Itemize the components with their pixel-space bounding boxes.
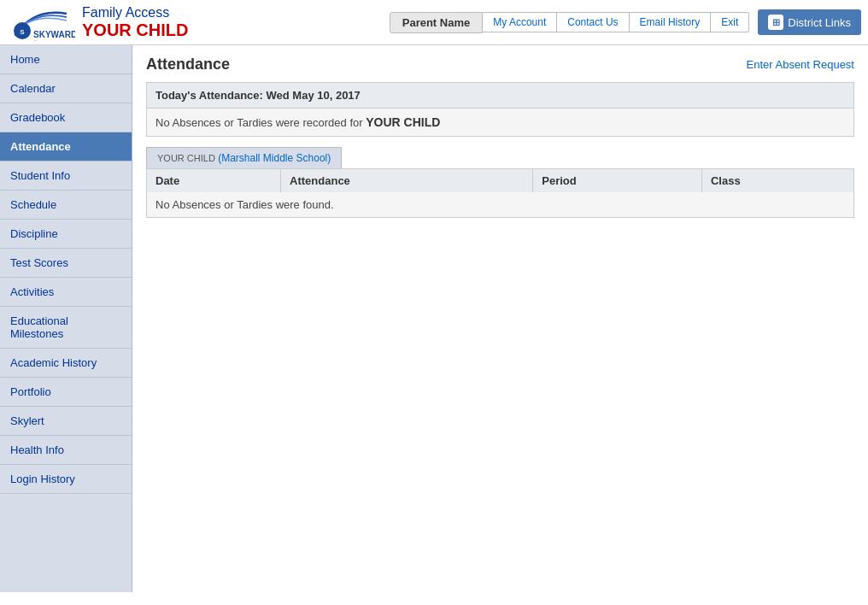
- family-access-block: Family Access YOUR CHILD: [82, 5, 188, 40]
- your-child-label: YOUR CHILD: [82, 21, 188, 40]
- sidebar-item-academic-history[interactable]: Academic History: [0, 349, 132, 378]
- sidebar-item-calendar[interactable]: Calendar: [0, 74, 132, 103]
- svg-text:SKYWARD: SKYWARD: [33, 30, 75, 39]
- sidebar-item-discipline[interactable]: Discipline: [0, 220, 132, 249]
- skyward-logo: S SKYWARD ®: [7, 3, 75, 41]
- sidebar-item-schedule[interactable]: Schedule: [0, 191, 132, 220]
- content-header: Attendance Enter Absent Request: [146, 56, 854, 73]
- contact-us-link[interactable]: Contact Us: [557, 12, 629, 32]
- col-header-class: Class: [701, 169, 853, 192]
- logo-area: S SKYWARD ® Family Access YOUR CHILD: [7, 3, 188, 41]
- district-links-icon: ⊞: [768, 15, 783, 30]
- sidebar-item-health-info[interactable]: Health Info: [0, 436, 132, 465]
- top-nav-links: My Account Contact Us Email History Exit: [483, 12, 749, 32]
- sidebar-item-attendance[interactable]: Attendance: [0, 132, 132, 162]
- attendance-table-container: Date Attendance Period Class No Absences…: [146, 168, 854, 218]
- district-links-label: District Links: [788, 16, 851, 29]
- family-access-label: Family Access: [82, 5, 188, 21]
- no-absences-text: No Absences or Tardies were recorded for: [155, 116, 363, 129]
- sidebar-item-student-info[interactable]: Student Info: [0, 162, 132, 191]
- today-attendance-body: No Absences or Tardies were recorded for…: [147, 109, 853, 136]
- school-tab[interactable]: YOUR CHILD (Marshall Middle School): [146, 147, 342, 168]
- top-bar-left: S SKYWARD ® Family Access YOUR CHILD: [7, 3, 188, 41]
- attendance-table: Date Attendance Period Class No Absences…: [147, 169, 853, 217]
- sidebar-item-login-history[interactable]: Login History: [0, 465, 132, 494]
- tab-school-name: (Marshall Middle School): [218, 152, 331, 164]
- sidebar: Home Calendar Gradebook Attendance Stude…: [0, 45, 132, 592]
- sidebar-item-activities[interactable]: Activities: [0, 278, 132, 307]
- today-attendance-header: Today's Attendance: Wed May 10, 2017: [147, 83, 853, 109]
- page-title: Attendance: [146, 56, 230, 73]
- main-layout: Home Calendar Gradebook Attendance Stude…: [0, 45, 868, 592]
- sidebar-item-skylert[interactable]: Skylert: [0, 407, 132, 436]
- svg-text:S: S: [20, 28, 25, 36]
- col-header-period: Period: [533, 169, 702, 192]
- no-records-row: No Absences or Tardies were found.: [147, 192, 853, 217]
- sidebar-item-gradebook[interactable]: Gradebook: [0, 103, 132, 132]
- today-attendance-box: Today's Attendance: Wed May 10, 2017 No …: [146, 82, 854, 137]
- parent-name: Parent Name: [390, 12, 483, 33]
- content-area: Attendance Enter Absent Request Today's …: [132, 45, 868, 592]
- col-header-attendance: Attendance: [281, 169, 533, 192]
- sidebar-item-portfolio[interactable]: Portfolio: [0, 378, 132, 407]
- table-header-row: Date Attendance Period Class: [147, 169, 853, 192]
- top-bar-right: Parent Name My Account Contact Us Email …: [390, 9, 861, 35]
- enter-absent-request-link[interactable]: Enter Absent Request: [747, 58, 854, 71]
- email-history-link[interactable]: Email History: [630, 12, 712, 32]
- sidebar-item-home[interactable]: Home: [0, 45, 132, 74]
- col-header-date: Date: [147, 169, 281, 192]
- no-records-message: No Absences or Tardies were found.: [147, 192, 853, 217]
- my-account-link[interactable]: My Account: [483, 12, 557, 32]
- svg-text:®: ®: [33, 40, 38, 41]
- tab-child-name: YOUR CHILD: [157, 153, 215, 163]
- sidebar-item-educational-milestones[interactable]: Educational Milestones: [0, 307, 132, 349]
- today-child-name: YOUR CHILD: [366, 115, 440, 129]
- sidebar-item-test-scores[interactable]: Test Scores: [0, 249, 132, 278]
- exit-link[interactable]: Exit: [711, 12, 749, 32]
- district-links-button[interactable]: ⊞ District Links: [758, 9, 861, 35]
- top-bar: S SKYWARD ® Family Access YOUR CHILD Par…: [0, 0, 868, 45]
